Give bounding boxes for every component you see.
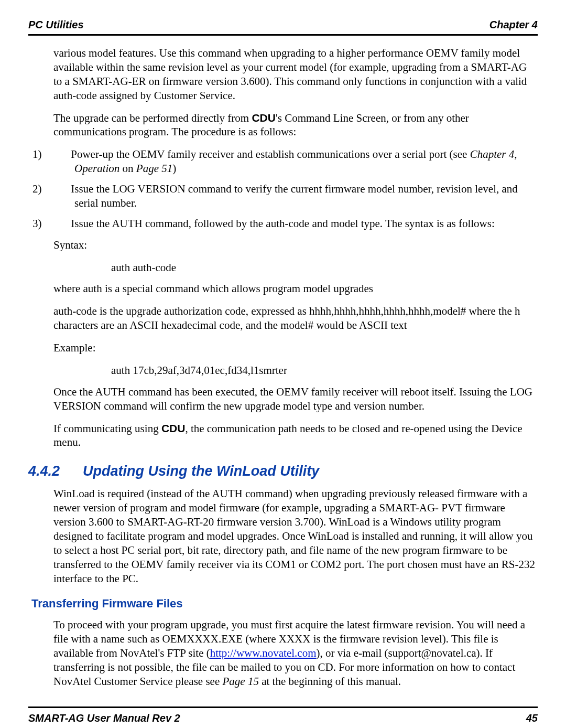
header-rule <box>28 34 538 36</box>
header-left: PC Utilities <box>28 19 84 31</box>
item-number: 3) <box>53 217 68 231</box>
text-run: The upgrade can be performed directly fr… <box>53 112 252 124</box>
cdu-note: If communicating using CDU, the communic… <box>53 422 538 450</box>
winload-paragraph: WinLoad is required (instead of the AUTH… <box>53 487 538 585</box>
footer-page-number: 45 <box>526 712 538 724</box>
list-item: 1) Power-up the OEMV family receiver and… <box>53 147 538 176</box>
novatel-link[interactable]: http://www.novatel.com <box>210 647 317 659</box>
text-run: Issue the LOG VERSION command to verify … <box>71 183 518 209</box>
list-item: 2) Issue the LOG VERSION command to veri… <box>53 182 538 210</box>
syntax-label: Syntax: <box>53 238 538 252</box>
list-item: 3) Issue the AUTH command, followed by t… <box>53 217 538 231</box>
footer-rule <box>28 706 538 708</box>
cdu-label: CDU <box>252 112 276 124</box>
reference-page: Page 15 <box>223 675 259 688</box>
upgrade-intro: The upgrade can be performed directly fr… <box>53 111 538 140</box>
where-line: where auth is a special command which al… <box>53 282 538 296</box>
text-run: at the beginning of this manual. <box>259 675 401 688</box>
syntax-code: auth auth-code <box>111 261 538 275</box>
text-run: on <box>119 162 136 175</box>
authcode-description: auth-code is the upgrade authorization c… <box>53 304 538 333</box>
intro-paragraph: various model features. Use this command… <box>53 46 538 103</box>
page-header: PC Utilities Chapter 4 <box>28 19 538 31</box>
text-run: ) <box>172 162 176 175</box>
cdu-label: CDU <box>161 422 186 434</box>
section-number: 4.4.2 <box>28 463 83 479</box>
header-right: Chapter 4 <box>489 19 538 31</box>
text-run: Power-up the OEMV family receiver and es… <box>71 148 470 160</box>
subsection-heading: Transferring Firmware Files <box>31 597 538 611</box>
transfer-paragraph: To proceed with your program upgrade, yo… <box>53 618 538 688</box>
text-run: If communicating using <box>53 422 161 435</box>
item-number: 1) <box>53 147 68 162</box>
section-title: Updating Using the WinLoad Utility <box>83 463 319 479</box>
example-label: Example: <box>53 341 538 355</box>
section-heading: 4.4.2Updating Using the WinLoad Utility <box>28 463 538 479</box>
procedure-list: 1) Power-up the OEMV family receiver and… <box>53 147 538 230</box>
footer-left: SMART-AG User Manual Rev 2 <box>28 712 180 724</box>
item-number: 2) <box>53 182 68 196</box>
after-example: Once the AUTH command has been executed,… <box>53 385 538 413</box>
text-run: Issue the AUTH command, followed by the … <box>71 217 495 230</box>
reference-page: Page 51 <box>136 162 172 175</box>
example-code: auth 17cb,29af,3d74,01ec,fd34,l1smrter <box>111 363 538 378</box>
page-footer: SMART-AG User Manual Rev 2 45 <box>28 712 538 724</box>
